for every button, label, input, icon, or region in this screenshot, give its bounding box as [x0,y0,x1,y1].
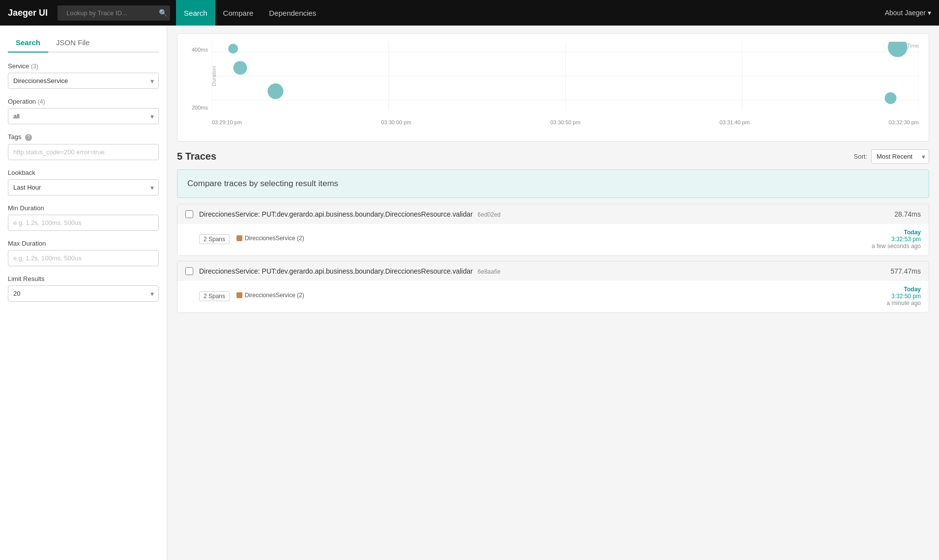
lookback-group: Lookback Last Hour [8,169,159,196]
x-label-2: 03:30:50 pm [550,119,580,125]
tags-help-icon[interactable]: ? [25,134,32,141]
tags-label: Tags ? [8,133,159,141]
trace-meta-ago: a few seconds ago [872,243,921,250]
limit-select-wrapper: 20 [8,285,159,302]
trace-checkbox[interactable] [185,210,193,218]
trace-meta-time: 3:32:50 pm [887,293,921,300]
trace-id: 6e8aa6e [478,268,501,275]
trace-card-header[interactable]: DireccionesService: PUT:dev.gerardo.api.… [177,204,929,224]
app-body: Search JSON File Service (3) Direcciones… [0,26,939,560]
y-label-200ms: 200ms [192,105,208,111]
time-axis-label: Time [907,43,919,49]
lookback-select[interactable]: Last Hour [8,179,159,196]
y-label-400ms: 400ms [192,47,208,53]
navbar: Jaeger UI 🔍 Search Compare Dependencies … [0,0,939,26]
trace-title: DireccionesService: PUT:dev.gerardo.api.… [199,267,885,275]
lookback-select-wrapper: Last Hour [8,179,159,196]
traces-count: 5 Traces [177,151,854,162]
service-group: Service (3) DireccionesService [8,62,159,89]
max-duration-group: Max Duration [8,240,159,266]
operation-select-wrapper: all [8,108,159,124]
lookback-label: Lookback [8,169,159,176]
trace-card: DireccionesService: PUT:dev.gerardo.api.… [177,261,929,313]
limit-results-label: Limit Results [8,275,159,282]
main-nav: Search Compare Dependencies [176,0,885,26]
trace-card-header[interactable]: DireccionesService: PUT:dev.gerardo.api.… [177,261,929,281]
x-label-3: 03:31:40 pm [720,119,750,125]
tags-group: Tags ? [8,133,159,160]
nav-item-search[interactable]: Search [176,0,215,26]
service-select-wrapper: DireccionesService [8,73,159,89]
trace-meta-date: Today [872,229,921,236]
main-content: 400ms 200ms Duration [167,26,939,560]
trace-checkbox[interactable] [185,267,193,275]
trace-meta-date: Today [887,286,921,293]
operation-label: Operation (4) [8,98,159,105]
trace-id: 6ed02ed [478,211,501,218]
limit-select[interactable]: 20 [8,285,159,302]
x-label-1: 03:30:00 pm [381,119,411,125]
trace-lookup-input[interactable] [60,6,159,20]
min-duration-input[interactable] [8,215,159,231]
nav-item-compare[interactable]: Compare [215,0,262,26]
sidebar-tabs: Search JSON File [8,33,159,53]
min-duration-label: Min Duration [8,204,159,212]
trace-title: DireccionesService: PUT:dev.gerardo.api.… [199,210,888,218]
brand-title: Jaeger UI [8,8,48,18]
trace-card-body: 2 Spans DireccionesService (2) Today 3:3… [177,224,929,255]
trace-spans-info: 2 Spans DireccionesService (2) [199,234,304,244]
x-label-0: 03:29:10 pm [212,119,242,125]
chart-svg: Duration [212,42,919,111]
trace-card-body: 2 Spans DireccionesService (2) Today 3:3… [177,281,929,312]
traces-header: 5 Traces Sort: Most Recent Longest First… [177,149,929,164]
tags-input[interactable] [8,144,159,160]
search-icon: 🔍 [159,9,167,17]
compare-banner: Compare traces by selecting result items [177,169,929,198]
min-duration-group: Min Duration [8,204,159,231]
sort-label: Sort: [854,153,867,160]
tab-search[interactable]: Search [8,33,48,53]
trace-card: DireccionesService: PUT:dev.gerardo.api.… [177,204,929,256]
trace-meta: Today 3:32:50 pm a minute ago [887,286,921,307]
trace-duration: 28.74ms [894,210,921,218]
about-menu[interactable]: About Jaeger ▾ [885,9,931,17]
spans-badge: 2 Spans [199,291,230,301]
trace-spans-info: 2 Spans DireccionesService (2) [199,291,304,301]
limit-results-group: Limit Results 20 [8,275,159,302]
svg-point-12 [888,42,908,57]
sidebar: Search JSON File Service (3) Direcciones… [0,26,167,560]
trace-duration: 577.47ms [891,267,921,275]
nav-item-dependencies[interactable]: Dependencies [261,0,324,26]
service-dot [236,292,242,298]
svg-point-9 [228,44,238,54]
max-duration-label: Max Duration [8,240,159,247]
svg-point-10 [234,61,247,75]
service-label: Service (3) [8,62,159,70]
chart-area: 400ms 200ms Duration [187,42,919,125]
operation-group: Operation (4) all [8,98,159,124]
spans-badge: 2 Spans [199,234,230,244]
service-badge: DireccionesService (2) [236,292,304,299]
trace-meta-ago: a minute ago [887,300,921,307]
operation-select[interactable]: all [8,108,159,124]
sort-select-wrapper: Most Recent Longest First Shortest First… [871,149,929,164]
x-label-4: 03:32:30 pm [889,119,919,125]
trace-meta-time: 3:32:53 pm [872,236,921,243]
tab-json-file[interactable]: JSON File [48,33,97,53]
max-duration-input[interactable] [8,250,159,266]
scatter-chart: 400ms 200ms Duration [177,33,929,141]
trace-meta: Today 3:32:53 pm a few seconds ago [872,229,921,250]
service-select[interactable]: DireccionesService [8,73,159,89]
sort-select[interactable]: Most Recent Longest First Shortest First… [871,149,929,164]
service-badge: DireccionesService (2) [236,235,304,242]
service-dot [236,235,242,241]
svg-point-13 [884,92,896,104]
chevron-down-icon: ▾ [928,9,931,17]
svg-text:Duration: Duration [212,66,217,86]
svg-point-11 [267,84,283,99]
